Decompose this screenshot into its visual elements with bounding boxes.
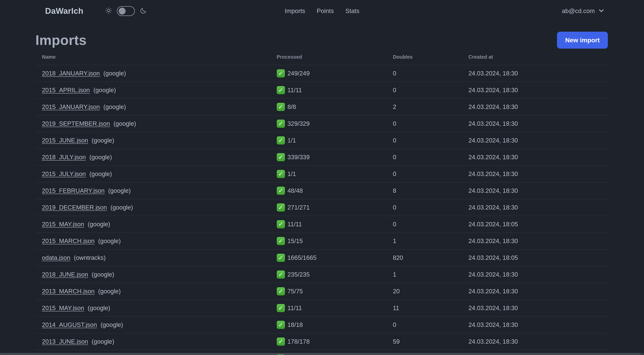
import-source-label: (google) bbox=[92, 137, 114, 144]
created-at-cell: 24.03.2024, 18:30 bbox=[462, 182, 608, 199]
import-source-label: (google) bbox=[104, 103, 126, 110]
check-success-icon: ✓ bbox=[277, 237, 285, 245]
app-logo[interactable]: DaWarIch bbox=[45, 6, 83, 16]
import-file-link[interactable]: 2015_MAY.json bbox=[42, 221, 84, 228]
table-row: 2015_MAY.json (google) ✓ 11/11 11 24.03.… bbox=[36, 300, 608, 317]
check-success-icon: ✓ bbox=[277, 220, 285, 228]
doubles-cell: 0 bbox=[386, 115, 462, 132]
doubles-cell: 8 bbox=[386, 182, 462, 199]
created-at-cell: 24.03.2024, 18:30 bbox=[462, 233, 608, 249]
processed-cell: ✓ bbox=[270, 350, 386, 355]
name-cell: odata.json (owntracks) bbox=[36, 249, 270, 266]
name-cell: 2015_JANUARY.json (google) bbox=[36, 98, 270, 115]
processed-count: 329/329 bbox=[288, 120, 310, 127]
processed-cell: ✓ 11/11 bbox=[270, 82, 386, 98]
doubles-cell: 0 bbox=[386, 199, 462, 216]
doubles-cell: 11 bbox=[386, 300, 462, 317]
processed-cell: ✓ 235/235 bbox=[270, 266, 386, 283]
created-at-cell: 24.03.2024, 18:30 bbox=[462, 317, 608, 333]
processed-count: 339/339 bbox=[288, 154, 310, 161]
table-row: 2015_JANUARY.json (google) ✓ 8/8 2 24.03… bbox=[36, 98, 608, 115]
import-file-link[interactable]: 2014_AUGUST.json bbox=[42, 321, 97, 328]
theme-toggle-switch[interactable] bbox=[117, 6, 135, 16]
import-source-label: (google) bbox=[110, 204, 133, 211]
name-cell: 2013_MARCH.json (google) bbox=[36, 283, 270, 300]
name-cell: 2013_JUNE.json (google) bbox=[36, 333, 270, 350]
doubles-cell: 0 bbox=[386, 132, 462, 149]
import-file-link[interactable]: 2015_MAY.json bbox=[42, 305, 84, 312]
processed-count: 15/15 bbox=[288, 238, 303, 245]
processed-count: 235/235 bbox=[288, 271, 310, 278]
processed-cell: ✓ 329/329 bbox=[270, 115, 386, 132]
import-file-link[interactable]: 2019_DECEMBER.json bbox=[42, 204, 107, 211]
import-file-link[interactable]: 2015_MARCH.json bbox=[42, 238, 94, 244]
import-file-link[interactable]: 2015_JULY.json bbox=[42, 170, 86, 177]
import-file-link[interactable]: 2013_JUNE.json bbox=[42, 338, 88, 345]
created-at-cell: 24.03.2024, 18:30 bbox=[462, 199, 608, 216]
check-success-icon: ✓ bbox=[277, 170, 285, 178]
doubles-cell: 0 bbox=[386, 216, 462, 233]
doubles-cell: 20 bbox=[386, 283, 462, 300]
created-at-cell: 24.03.2024, 18:30 bbox=[462, 98, 608, 115]
doubles-cell: 59 bbox=[386, 333, 462, 350]
chevron-down-icon bbox=[598, 7, 604, 14]
import-file-link[interactable]: 2015_FEBRUARY.json bbox=[42, 187, 104, 194]
doubles-cell: 820 bbox=[386, 249, 462, 266]
import-file-link[interactable]: 2018_JULY.json bbox=[42, 154, 86, 161]
import-file-link[interactable]: odata.json bbox=[42, 254, 70, 261]
table-row: 2019_SEPTEMBER.json (google) ✓ 329/329 0… bbox=[36, 115, 608, 132]
nav-link-imports[interactable]: Imports bbox=[285, 7, 305, 14]
import-file-link[interactable]: 2015_APRIL.json bbox=[42, 87, 90, 93]
import-source-label: (google) bbox=[88, 221, 110, 228]
name-cell: 2015_JULY.json (google) bbox=[36, 166, 270, 182]
main-content: Imports New import Name Processed Double… bbox=[0, 32, 644, 355]
import-file-link[interactable]: 2013_MARCH.json bbox=[42, 288, 94, 295]
top-navbar: DaWarIch Imports Points Stats ab@cd.com bbox=[0, 0, 644, 22]
check-success-icon: ✓ bbox=[277, 69, 285, 77]
processed-cell: ✓ 339/339 bbox=[270, 149, 386, 166]
import-source-label: (google) bbox=[108, 187, 131, 194]
table-row: 2013_JUNE.json (google) ✓ 178/178 59 24.… bbox=[36, 333, 608, 350]
created-at-cell: 24.03.2024, 18:30 bbox=[462, 333, 608, 350]
processed-count: 178/178 bbox=[288, 338, 310, 345]
column-header-created-at: Created at bbox=[462, 51, 608, 65]
user-menu[interactable]: ab@cd.com bbox=[562, 7, 604, 14]
created-at-cell: 24.03.2024, 18:30 bbox=[462, 283, 608, 300]
processed-cell: ✓ 1/1 bbox=[270, 132, 386, 149]
import-file-link[interactable]: 2015_JUNE.json bbox=[42, 137, 88, 144]
main-nav: Imports Points Stats bbox=[285, 7, 360, 14]
processed-count: 11/11 bbox=[288, 87, 302, 94]
nav-link-points[interactable]: Points bbox=[317, 7, 334, 14]
name-cell: 2018_JANUARY.json (google) bbox=[36, 65, 270, 82]
table-row: 2018_JANUARY.json (google) ✓ 249/249 0 2… bbox=[36, 65, 608, 82]
processed-count: 11/11 bbox=[288, 221, 302, 228]
import-source-label: (google) bbox=[92, 271, 114, 278]
table-row: 2018_JUNE.json (google) ✓ 235/235 1 24.0… bbox=[36, 266, 608, 283]
created-at-cell: 24.03.2024, 18:05 bbox=[462, 216, 608, 233]
nav-link-stats[interactable]: Stats bbox=[345, 7, 359, 14]
column-header-doubles: Doubles bbox=[386, 51, 462, 65]
import-source-label: (google) bbox=[100, 321, 123, 328]
table-row: 2015_MARCH.json (google) ✓ 15/15 1 24.03… bbox=[36, 233, 608, 249]
check-success-icon: ✓ bbox=[277, 187, 285, 195]
check-success-icon: ✓ bbox=[277, 120, 285, 128]
new-import-button[interactable]: New import bbox=[557, 32, 608, 49]
processed-count: 1/1 bbox=[288, 137, 296, 144]
created-at-cell: 24.03.2024, 18:30 bbox=[462, 132, 608, 149]
import-file-link[interactable]: 2018_JUNE.json bbox=[42, 271, 88, 278]
check-success-icon: ✓ bbox=[277, 355, 285, 355]
table-row: 2018_JULY.json (google) ✓ 339/339 0 24.0… bbox=[36, 149, 608, 166]
check-success-icon: ✓ bbox=[277, 321, 285, 329]
import-file-link[interactable]: 2019_SEPTEMBER.json bbox=[42, 120, 110, 127]
import-source-label: (google) bbox=[90, 154, 112, 161]
import-file-link[interactable]: 2018_JANUARY.json bbox=[42, 70, 100, 77]
import-source-label: (google) bbox=[104, 70, 126, 77]
user-email: ab@cd.com bbox=[562, 7, 595, 14]
import-file-link[interactable]: 2015_JANUARY.json bbox=[42, 103, 100, 110]
import-source-label: (google) bbox=[93, 87, 116, 93]
name-cell: 2015_FEBRUARY.json (google) bbox=[36, 182, 270, 199]
created-at-cell: 24.03.2024, 18:30 bbox=[462, 166, 608, 182]
table-row: 2013_MARCH.json (google) ✓ 75/75 20 24.0… bbox=[36, 283, 608, 300]
processed-cell: ✓ 18/18 bbox=[270, 317, 386, 333]
check-success-icon: ✓ bbox=[277, 203, 285, 212]
